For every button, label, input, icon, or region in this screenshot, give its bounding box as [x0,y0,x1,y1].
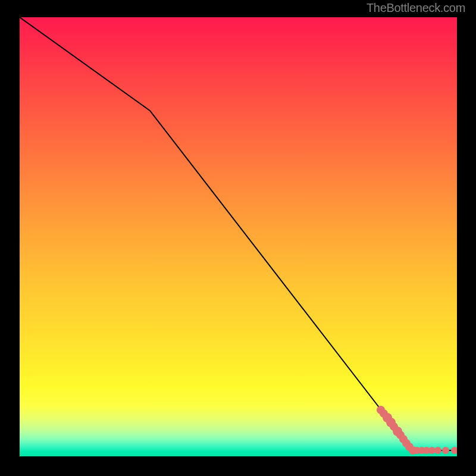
plot-area [20,17,457,456]
chart-container: TheBottleneck.com [0,0,476,476]
gradient-background [20,17,457,456]
watermark-text: TheBottleneck.com [367,1,465,15]
